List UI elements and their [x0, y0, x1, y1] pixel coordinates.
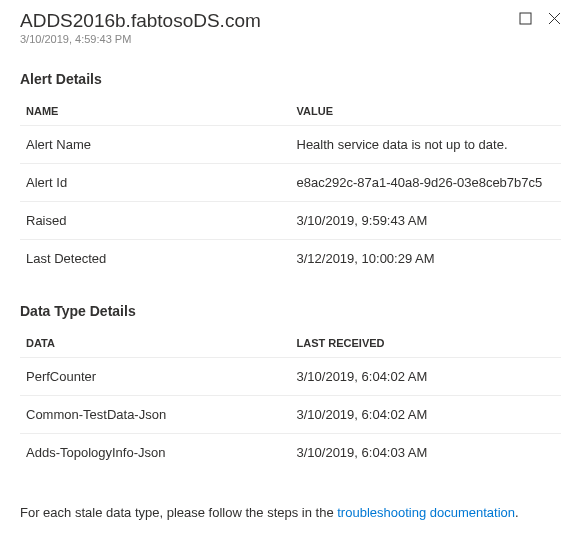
- page-title: ADDS2016b.fabtosoDS.com: [20, 10, 261, 32]
- footer-prefix: For each stale data type, please follow …: [20, 505, 337, 520]
- table-row: Alert Name Health service data is not up…: [20, 126, 561, 164]
- table-row: Alert Id e8ac292c-87a1-40a8-9d26-03e8ceb…: [20, 164, 561, 202]
- cell-name: Raised: [20, 202, 291, 240]
- cell-name: Alert Id: [20, 164, 291, 202]
- cell-data: PerfCounter: [20, 358, 291, 396]
- table-row: PerfCounter 3/10/2019, 6:04:02 AM: [20, 358, 561, 396]
- data-type-details-table: DATA LAST RECEIVED PerfCounter 3/10/2019…: [20, 329, 561, 471]
- cell-data: Adds-TopologyInfo-Json: [20, 434, 291, 472]
- alert-details-title: Alert Details: [20, 71, 561, 87]
- cell-name: Alert Name: [20, 126, 291, 164]
- table-row: Raised 3/10/2019, 9:59:43 AM: [20, 202, 561, 240]
- header-controls: [519, 12, 561, 25]
- table-row: Adds-TopologyInfo-Json 3/10/2019, 6:04:0…: [20, 434, 561, 472]
- svg-rect-0: [520, 13, 531, 24]
- table-row: Common-TestData-Json 3/10/2019, 6:04:02 …: [20, 396, 561, 434]
- cell-value: e8ac292c-87a1-40a8-9d26-03e8ceb7b7c5: [291, 164, 562, 202]
- data-type-details-section: Data Type Details DATA LAST RECEIVED Per…: [20, 303, 561, 471]
- close-icon[interactable]: [548, 12, 561, 25]
- cell-data: Common-TestData-Json: [20, 396, 291, 434]
- header-timestamp: 3/10/2019, 4:59:43 PM: [20, 33, 261, 45]
- footer-note: For each stale data type, please follow …: [20, 505, 561, 520]
- cell-value: Health service data is not up to date.: [291, 126, 562, 164]
- col-value: VALUE: [291, 97, 562, 126]
- cell-value: 3/12/2019, 10:00:29 AM: [291, 240, 562, 278]
- alert-panel: ADDS2016b.fabtosoDS.com 3/10/2019, 4:59:…: [0, 0, 581, 533]
- header-text: ADDS2016b.fabtosoDS.com 3/10/2019, 4:59:…: [20, 10, 261, 45]
- alert-details-section: Alert Details NAME VALUE Alert Name Heal…: [20, 71, 561, 277]
- footer-suffix: .: [515, 505, 519, 520]
- col-data: DATA: [20, 329, 291, 358]
- alert-details-table: NAME VALUE Alert Name Health service dat…: [20, 97, 561, 277]
- col-last-received: LAST RECEIVED: [291, 329, 562, 358]
- cell-last-received: 3/10/2019, 6:04:02 AM: [291, 358, 562, 396]
- table-row: Last Detected 3/12/2019, 10:00:29 AM: [20, 240, 561, 278]
- cell-name: Last Detected: [20, 240, 291, 278]
- cell-last-received: 3/10/2019, 6:04:02 AM: [291, 396, 562, 434]
- cell-last-received: 3/10/2019, 6:04:03 AM: [291, 434, 562, 472]
- cell-value: 3/10/2019, 9:59:43 AM: [291, 202, 562, 240]
- data-type-details-title: Data Type Details: [20, 303, 561, 319]
- maximize-icon[interactable]: [519, 12, 532, 25]
- troubleshooting-link[interactable]: troubleshooting documentation: [337, 505, 515, 520]
- panel-header: ADDS2016b.fabtosoDS.com 3/10/2019, 4:59:…: [20, 10, 561, 45]
- col-name: NAME: [20, 97, 291, 126]
